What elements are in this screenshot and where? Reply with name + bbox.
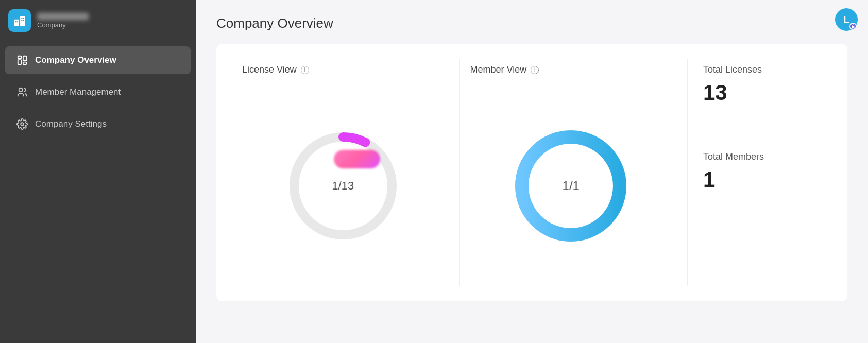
app-logo	[8, 9, 31, 32]
total-members-group: Total Members 1	[703, 151, 764, 192]
member-donut-label: 1/1	[563, 179, 580, 193]
members-icon	[16, 87, 28, 98]
license-view-header: License View i	[242, 64, 309, 75]
sidebar-item-label: Member Management	[35, 87, 121, 97]
license-pill	[334, 150, 380, 168]
sidebar-item-label: Company Overview	[35, 55, 116, 65]
svg-point-12	[19, 88, 23, 92]
avatar-badge	[849, 23, 857, 30]
total-members-label: Total Members	[703, 151, 764, 162]
svg-rect-0	[14, 20, 19, 26]
svg-rect-2	[15, 21, 16, 22]
total-licenses-label: Total Licenses	[703, 64, 762, 75]
license-info-icon[interactable]: i	[301, 66, 309, 74]
avatar-letter: L	[843, 14, 849, 26]
svg-rect-5	[23, 18, 24, 19]
svg-rect-10	[23, 56, 26, 61]
main-content: Company Overview License View i	[196, 0, 868, 343]
company-name-blurred	[37, 13, 89, 20]
sidebar-item-company-settings[interactable]: Company Settings	[5, 110, 191, 138]
svg-rect-6	[21, 20, 22, 21]
total-members-value: 1	[703, 167, 764, 192]
page-title: Company Overview	[216, 15, 847, 31]
svg-rect-11	[23, 62, 26, 65]
total-licenses-value: 13	[703, 80, 762, 105]
svg-rect-7	[23, 20, 24, 21]
sidebar: Company Company Overview Member Manageme…	[0, 0, 196, 343]
sidebar-item-company-overview[interactable]: Company Overview	[5, 46, 191, 74]
svg-rect-9	[18, 60, 21, 64]
overview-icon	[16, 55, 28, 66]
sidebar-item-label: Company Settings	[35, 119, 107, 129]
svg-rect-4	[21, 18, 22, 19]
license-view-section: License View i	[232, 59, 460, 286]
member-info-icon[interactable]: i	[531, 66, 539, 74]
company-info: Company	[37, 13, 89, 29]
sidebar-nav: Company Overview Member Management Compa…	[0, 41, 196, 143]
user-avatar-area[interactable]: L	[835, 8, 858, 31]
user-avatar[interactable]: L	[835, 8, 858, 31]
settings-icon	[16, 118, 28, 130]
member-view-label: Member View	[470, 64, 527, 75]
overview-card: License View i	[216, 44, 847, 301]
stats-section: Total Licenses 13 Total Members 1	[688, 59, 832, 286]
svg-rect-8	[18, 56, 21, 59]
logo-area: Company	[0, 0, 196, 41]
license-donut-wrap: 1/13	[281, 124, 405, 248]
svg-rect-1	[20, 16, 25, 26]
member-view-header: Member View i	[470, 64, 539, 75]
total-licenses-group: Total Licenses 13	[703, 64, 762, 105]
license-view-label: License View	[242, 64, 297, 75]
svg-point-13	[21, 123, 24, 126]
svg-rect-18	[852, 26, 855, 28]
license-donut-label: 1/13	[332, 179, 354, 193]
member-chart-container: 1/1	[470, 91, 672, 281]
svg-rect-3	[17, 21, 18, 22]
building-icon	[13, 14, 26, 27]
sidebar-item-member-management[interactable]: Member Management	[5, 78, 191, 106]
company-label: Company	[37, 21, 89, 29]
lock-icon	[851, 24, 855, 28]
member-view-section: Member View i	[460, 59, 688, 286]
license-chart-container: 1/13	[242, 91, 444, 281]
member-donut-wrap: 1/1	[509, 124, 633, 248]
